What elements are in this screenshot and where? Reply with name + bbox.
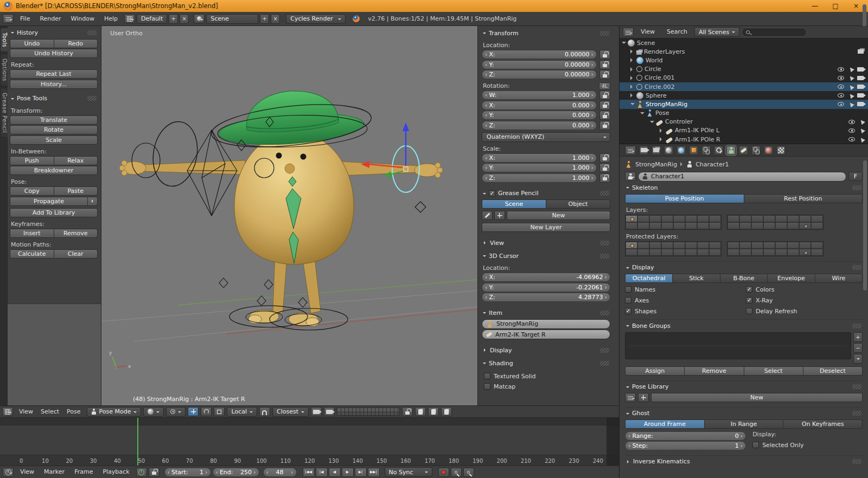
protected-layer-cell[interactable] (649, 242, 661, 249)
menubar-menu[interactable]: File (15, 13, 35, 25)
viewport-menu[interactable]: Select (37, 406, 63, 418)
current-frame-line[interactable] (137, 418, 138, 466)
panel-grip-icon[interactable] (852, 384, 861, 389)
transport-button[interactable]: ▶▶| (368, 468, 380, 477)
armature-layer-cell[interactable] (685, 222, 697, 229)
expand-icon[interactable] (630, 58, 635, 62)
lock-icon[interactable] (599, 91, 610, 100)
calculate-paths-button[interactable]: Calculate (10, 249, 54, 259)
matcap-checkbox[interactable]: Matcap (484, 382, 610, 391)
timeline-menu[interactable]: Frame (69, 466, 98, 478)
protected-layer-cell[interactable] (799, 242, 811, 249)
armature-layer-cell[interactable] (799, 222, 811, 229)
expand-icon[interactable] (650, 121, 654, 125)
outliner-row-world[interactable]: World (620, 56, 868, 64)
selectability-toggle-icon[interactable] (847, 91, 854, 99)
selected-only-checkbox[interactable]: Selected Only (752, 441, 863, 449)
armature-layer-cell[interactable] (739, 222, 751, 229)
outliner-row-pose[interactable]: Pose (620, 109, 868, 118)
protected-layer-cell[interactable] (751, 242, 763, 249)
gp-new-layer-button[interactable]: New Layer (482, 223, 610, 232)
manipulator-rotate-icon[interactable] (201, 407, 212, 416)
panel-3d-cursor-header[interactable]: 3D Cursor (482, 250, 610, 261)
history-menu-button[interactable]: History... (10, 80, 98, 89)
renderability-toggle-icon[interactable] (857, 102, 864, 106)
armature-layer-cell[interactable] (787, 222, 799, 229)
render-engine-select[interactable]: Cycles Render (286, 14, 346, 24)
transform-orientation-select[interactable]: Local (227, 407, 257, 417)
transport-button[interactable]: ▶| (355, 468, 367, 477)
copy-pose-button[interactable]: Copy (10, 186, 54, 196)
panel-grease-pencil-header[interactable]: Grease Pencil (482, 188, 610, 199)
panel-grip-icon[interactable] (600, 311, 609, 315)
panel-view-header[interactable]: View (482, 237, 610, 248)
scale-x-field[interactable]: X:1.000 (482, 153, 597, 163)
copy-pose-icon[interactable] (415, 407, 426, 416)
expand-icon[interactable] (630, 49, 635, 54)
protected-layer-cell[interactable] (727, 249, 739, 256)
timeline-ruler[interactable]: 0102030405060708090100110120130140150160… (0, 455, 619, 466)
lock-icon[interactable] (599, 163, 610, 172)
assign-button[interactable]: Assign (625, 366, 685, 376)
protected-layer-cell[interactable] (649, 249, 661, 256)
lock-icon[interactable] (599, 70, 610, 79)
panel-grip-icon[interactable] (87, 96, 97, 101)
preview-range-icon[interactable] (136, 468, 147, 477)
remove-keyframe-button[interactable]: Remove (54, 229, 98, 238)
tab-texture-icon[interactable] (776, 146, 786, 155)
scale-y-field[interactable]: Y:1.000 (482, 163, 597, 172)
ghost-step-field[interactable]: Step:1 (625, 441, 746, 450)
panel-history-header[interactable]: History (10, 27, 98, 38)
protected-layer-cell[interactable] (626, 242, 637, 249)
scene-select[interactable]: Scene (206, 14, 258, 24)
paste-pose-button[interactable]: Paste (54, 186, 98, 196)
armature-layer-cell[interactable] (673, 215, 685, 222)
gp-add-icon[interactable] (494, 211, 505, 220)
gp-draw-icon[interactable] (482, 211, 493, 220)
insert-keyframe-button[interactable]: Insert (10, 229, 54, 238)
editor-type-properties-icon[interactable] (625, 146, 636, 155)
tab-constraints-icon[interactable] (701, 146, 711, 155)
selectability-toggle-icon[interactable] (847, 100, 854, 107)
mode-select[interactable]: Pose Mode (87, 407, 142, 417)
viewport-3d[interactable]: User Ortho (48) StrongManRig : Arm2-IK T… (101, 26, 477, 405)
delete-layout-button[interactable]: × (180, 14, 189, 24)
timeline-menu[interactable]: Playback (98, 466, 134, 478)
protected-layer-cell[interactable] (661, 242, 673, 249)
relax-button[interactable]: Relax (54, 156, 98, 165)
tab-modifiers-icon[interactable] (714, 146, 723, 155)
protected-layer-cell[interactable] (685, 242, 697, 249)
location-y-field[interactable]: Y:0.00000 (482, 60, 597, 69)
protected-layer-cell[interactable] (709, 242, 721, 249)
armature-layer-cell[interactable] (637, 215, 649, 222)
textured-solid-checkbox[interactable]: Textured Solid (484, 372, 610, 380)
panel-grip-icon[interactable] (852, 459, 861, 464)
gp-scene-button[interactable]: Scene (482, 199, 546, 209)
protected-layer-cell[interactable] (697, 242, 709, 249)
visibility-toggle-icon[interactable] (838, 102, 844, 106)
lock-icon[interactable] (599, 50, 610, 59)
axes-checkbox[interactable]: Axes (625, 296, 742, 305)
lock-icon[interactable] (599, 60, 610, 69)
protected-layer-cell[interactable] (661, 249, 673, 256)
manipulator-translate-icon[interactable] (188, 407, 199, 416)
close-button[interactable]: × (848, 0, 864, 12)
panel-grip-icon[interactable] (600, 31, 609, 36)
tool-shelf-tab[interactable]: Grease Pencil (0, 88, 8, 138)
sync-mode-select[interactable]: No Sync (385, 467, 432, 477)
selectability-toggle-icon[interactable] (847, 82, 854, 89)
add-scene-button[interactable]: + (260, 14, 269, 24)
protected-layer-cell[interactable] (775, 249, 787, 256)
armature-layer-cell[interactable] (727, 215, 739, 222)
panel-transform-header[interactable]: Transform (482, 28, 610, 38)
expand-icon[interactable] (660, 137, 664, 141)
maximize-button[interactable]: □ (828, 0, 843, 12)
panel-grip-icon[interactable] (600, 348, 609, 353)
expand-icon[interactable] (630, 76, 635, 80)
protected-layer-cell[interactable] (637, 242, 649, 249)
tab-world-icon[interactable] (676, 146, 686, 155)
outliner-row-sphere[interactable]: Sphere (620, 91, 868, 100)
gp-object-button[interactable]: Object (546, 199, 610, 209)
repeat-last-button[interactable]: Repeat Last (10, 69, 98, 79)
menubar-menu[interactable]: Help (99, 13, 123, 25)
